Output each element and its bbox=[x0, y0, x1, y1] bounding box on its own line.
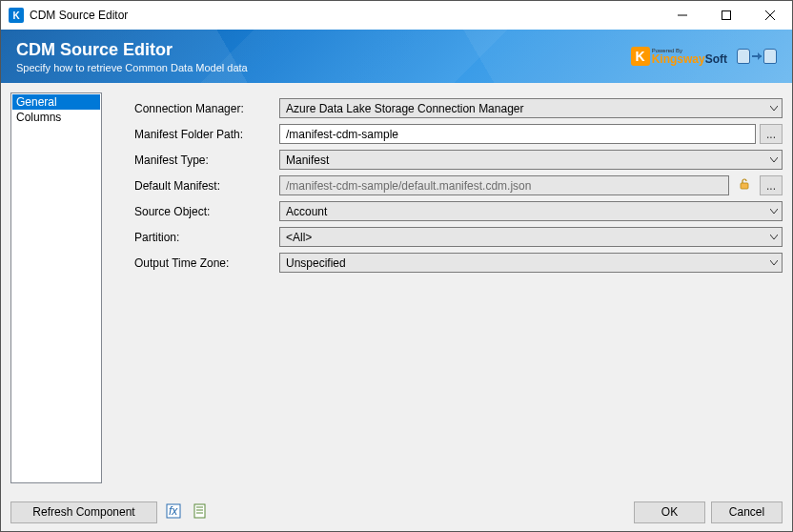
ok-button[interactable]: OK bbox=[634, 501, 705, 523]
manifest-folder-path-input[interactable]: /manifest-cdm-sample bbox=[279, 124, 756, 144]
fx-icon: fx bbox=[166, 503, 181, 522]
sidebar-item-general[interactable]: General bbox=[12, 94, 100, 110]
banner-logo: K Powered By KingswaySoft bbox=[631, 47, 777, 66]
combo-value: Manifest bbox=[286, 153, 329, 167]
doc-icon bbox=[193, 503, 208, 522]
svg-rect-4 bbox=[741, 183, 748, 189]
sidebar: General Columns bbox=[10, 92, 102, 483]
dataflow-icon bbox=[737, 49, 777, 64]
titlebar: K CDM Source Editor bbox=[1, 1, 792, 30]
chevron-down-icon bbox=[770, 235, 778, 240]
manifest-type-label: Manifest Type: bbox=[134, 153, 279, 167]
input-value: /manifest-cdm-sample/default.manifest.cd… bbox=[286, 179, 531, 193]
svg-rect-7 bbox=[194, 504, 205, 518]
connection-manager-combo[interactable]: Azure Data Lake Storage Connection Manag… bbox=[279, 98, 783, 118]
default-manifest-lock-button[interactable] bbox=[733, 175, 756, 195]
chevron-down-icon bbox=[770, 157, 778, 163]
combo-value: Account bbox=[286, 205, 327, 218]
output-time-zone-combo[interactable]: Unspecified bbox=[279, 253, 783, 273]
default-manifest-label: Default Manifest: bbox=[134, 179, 279, 193]
banner-heading: CDM Source Editor bbox=[16, 40, 248, 60]
sidebar-item-columns[interactable]: Columns bbox=[12, 110, 100, 125]
window-title: CDM Source Editor bbox=[30, 9, 661, 22]
manifest-folder-browse-button[interactable]: ... bbox=[760, 124, 783, 144]
cancel-button[interactable]: Cancel bbox=[711, 501, 783, 523]
connection-manager-label: Connection Manager: bbox=[134, 102, 279, 115]
lock-icon bbox=[738, 177, 751, 194]
form-area: Connection Manager: Azure Data Lake Stor… bbox=[112, 92, 783, 483]
chevron-down-icon bbox=[770, 209, 778, 215]
combo-value: Unspecified bbox=[286, 256, 346, 270]
chevron-down-icon bbox=[770, 106, 778, 112]
output-time-zone-label: Output Time Zone: bbox=[134, 256, 279, 270]
minimize-button[interactable] bbox=[661, 1, 704, 30]
combo-value: <All> bbox=[286, 231, 312, 244]
sidebar-item-label: Columns bbox=[16, 111, 61, 124]
svg-rect-1 bbox=[722, 11, 731, 20]
source-object-combo[interactable]: Account bbox=[279, 201, 783, 221]
combo-value: Azure Data Lake Storage Connection Manag… bbox=[286, 102, 524, 115]
expression-editor-button[interactable]: fx bbox=[163, 501, 184, 522]
kingswaysoft-logo: K Powered By KingswaySoft bbox=[631, 47, 727, 66]
manifest-type-combo[interactable]: Manifest bbox=[279, 150, 783, 170]
sidebar-item-label: General bbox=[16, 95, 57, 109]
documentation-button[interactable] bbox=[190, 501, 211, 522]
refresh-component-button[interactable]: Refresh Component bbox=[10, 501, 157, 523]
banner-text: CDM Source Editor Specify how to retriev… bbox=[16, 40, 248, 73]
input-value: /manifest-cdm-sample bbox=[286, 128, 398, 141]
close-button[interactable] bbox=[748, 1, 792, 30]
manifest-folder-path-label: Manifest Folder Path: bbox=[134, 128, 279, 141]
banner-subheading: Specify how to retrieve Common Data Mode… bbox=[16, 62, 248, 73]
logo-k-icon: K bbox=[631, 47, 650, 66]
banner: CDM Source Editor Specify how to retriev… bbox=[1, 30, 792, 83]
partition-label: Partition: bbox=[134, 231, 279, 244]
footer: Refresh Component fx OK Cancel bbox=[1, 493, 792, 531]
svg-text:fx: fx bbox=[169, 504, 178, 518]
partition-combo[interactable]: <All> bbox=[279, 227, 783, 247]
window-controls bbox=[661, 1, 792, 30]
default-manifest-browse-button[interactable]: ... bbox=[760, 175, 783, 195]
chevron-down-icon bbox=[770, 260, 778, 266]
content-area: General Columns Connection Manager: Azur… bbox=[1, 83, 792, 493]
default-manifest-input: /manifest-cdm-sample/default.manifest.cd… bbox=[279, 175, 729, 195]
app-icon: K bbox=[9, 8, 24, 23]
maximize-button[interactable] bbox=[704, 1, 748, 30]
source-object-label: Source Object: bbox=[134, 205, 279, 218]
